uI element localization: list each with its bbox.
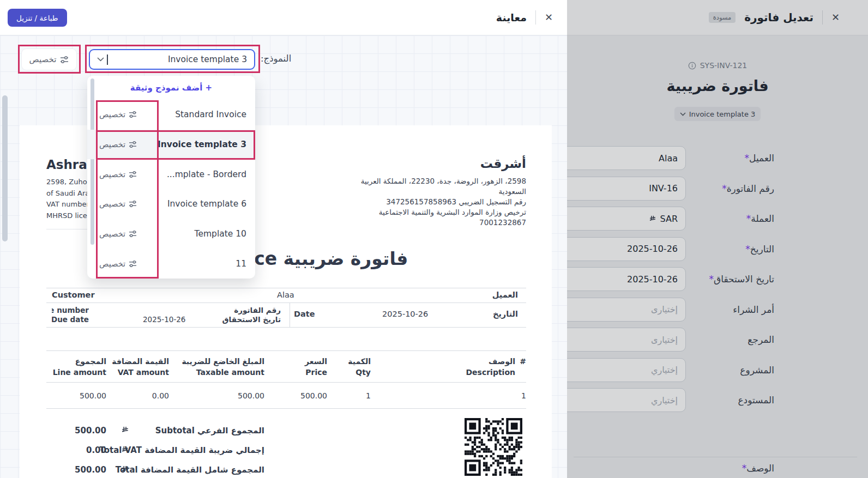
- chevron-down-icon: [97, 57, 104, 62]
- customize-button[interactable]: تخصيص: [99, 229, 137, 238]
- currency-field[interactable]: SAR: [567, 207, 686, 231]
- due-date-value: 2025-10-26: [143, 315, 185, 324]
- panel-title: تعديل فاتورة: [744, 11, 813, 24]
- customize-button[interactable]: تخصيص: [99, 110, 137, 119]
- text-cursor: [107, 55, 108, 65]
- dropdown-item-standard-invoice[interactable]: Standard Invoice تخصيص: [87, 100, 255, 130]
- sliders-icon: [129, 171, 137, 178]
- form-row: العملة* SAR: [567, 207, 868, 231]
- customize-button[interactable]: تخصيص: [99, 140, 137, 149]
- sliders-icon: [129, 200, 137, 208]
- project-field[interactable]: إختياري: [567, 358, 686, 382]
- form-row: التاريخ* 2025-10-26: [567, 237, 868, 261]
- sliders-icon: [129, 111, 137, 118]
- due-date-field[interactable]: 2025-10-26: [567, 267, 686, 291]
- customer-row: العميل Alaa Customer: [46, 288, 526, 303]
- app: ✕ تعديل فاتورة مسودة SYS-INV-121 فاتورة …: [0, 0, 868, 478]
- form-row: المستودع إختياري: [567, 388, 868, 412]
- customize-button[interactable]: تخصيص: [99, 170, 137, 179]
- warehouse-field[interactable]: إختياري: [567, 388, 686, 412]
- customize-button[interactable]: تخصيص: [22, 49, 76, 70]
- preview-title: معاينة: [496, 11, 527, 23]
- template-dropdown-menu: + أضف نموذج وثيقة Standard Invoice تخصيص…: [87, 76, 255, 279]
- dropdown-item-invoice-template-6[interactable]: Invoice template 6 تخصيص: [87, 189, 255, 219]
- line-items-table: # الوصفDescription الكميةQty السعرPrice …: [46, 350, 526, 409]
- customize-button[interactable]: تخصيص: [99, 199, 137, 208]
- reference-label: المرجع: [748, 334, 774, 345]
- invoice-number-label: رقم الفاتورة: [727, 183, 774, 194]
- company-block-ar: أشرقت 2598، الزهور، الروضة، جدة، 22230، …: [305, 156, 526, 228]
- date-field[interactable]: 2025-10-26: [567, 237, 686, 261]
- invoice-number-field[interactable]: INV-16: [567, 177, 686, 201]
- preview-header: ✕ معاينة: [0, 0, 567, 35]
- draft-status-badge: مسودة: [709, 12, 736, 23]
- qr-code: [465, 418, 522, 476]
- reference-field[interactable]: إختيارى: [567, 328, 686, 352]
- purchase-order-label: أمر الشراء: [733, 304, 774, 315]
- customer-field[interactable]: Alaa: [567, 146, 686, 170]
- date-value: 2025-10-26: [382, 310, 428, 318]
- project-label: المشروع: [740, 365, 774, 376]
- total-vat-row: إجمالي ضريبة القيمة المضافة Total VAT 0.…: [46, 441, 264, 461]
- invoice-form: العميل* Alaa رقم الفاتورة* INV-16 العملة…: [567, 146, 868, 412]
- form-row: أمر الشراء إختيارى: [567, 298, 868, 322]
- table-row: 1 1 500.00 500.00 0.00 500.00: [46, 383, 526, 409]
- edit-invoice-header: ✕ تعديل فاتورة مسودة: [567, 0, 868, 35]
- section-divider: [574, 457, 857, 457]
- purchase-order-field[interactable]: إختيارى: [567, 298, 686, 322]
- dropdown-item-template-10[interactable]: Template 10 تخصيص: [87, 219, 255, 249]
- warehouse-label: المستودع: [738, 395, 774, 406]
- form-row: المرجع إختيارى: [567, 328, 868, 352]
- saudi-riyal-icon: [121, 445, 129, 454]
- customer-label: العميل: [749, 153, 774, 164]
- invoice-info-table: العميل Alaa Customer التاريخ 2025-10-26 …: [46, 288, 526, 328]
- subtotal-row: المجموع الفرعي Subtotal 500.00: [46, 421, 264, 441]
- template-select[interactable]: Invoice template 3: [89, 49, 255, 70]
- preview-canvas: Ashrakt 2598, Zuhou of Saudi Ara VAT num…: [0, 35, 567, 478]
- template-chip[interactable]: Invoice template 3: [674, 107, 761, 121]
- saudi-riyal-icon: [649, 215, 656, 223]
- sliders-icon: [60, 56, 69, 64]
- customer-value: Alaa: [277, 291, 294, 299]
- dropdown-item-11[interactable]: 11 تخصيص: [87, 249, 255, 279]
- saudi-riyal-icon: [121, 465, 129, 474]
- add-template-link[interactable]: + أضف نموذج وثيقة: [87, 83, 255, 93]
- sliders-icon: [129, 230, 137, 238]
- form-row: المشروع إختياري: [567, 358, 868, 382]
- due-date-label: تاريخ الاستحقاق: [714, 274, 774, 285]
- company-name-ar: أشرقت: [305, 156, 526, 171]
- form-row: تاريخ الاستحقاق* 2025-10-26: [567, 267, 868, 291]
- form-row: رقم الفاتورة* INV-16: [567, 177, 868, 201]
- print-download-button[interactable]: طباعة / تنزيل: [8, 9, 67, 27]
- template-select-label: النموذج:: [261, 53, 291, 64]
- close-icon[interactable]: ✕: [831, 13, 840, 22]
- totals-section: المجموع الفرعي Subtotal 500.00 إجمالي ضر…: [46, 421, 264, 478]
- chevron-down-icon: [680, 112, 686, 116]
- preview-modal: Ashrakt 2598, Zuhou of Saudi Ara VAT num…: [0, 0, 567, 478]
- invoice-number-due-cell: رقم الفاتورةتاريخ الاستحقاق 2025-10-26 I…: [46, 303, 290, 327]
- dropdown-item-invoice-template-3[interactable]: Invoice template 3 تخصيص: [87, 130, 255, 160]
- sliders-icon: [129, 260, 137, 268]
- saudi-riyal-icon: [121, 426, 129, 434]
- form-row: العميل* Alaa: [567, 146, 868, 170]
- currency-label: العملة: [751, 213, 774, 224]
- system-invoice-id: SYS-INV-121: [567, 61, 868, 70]
- header-divider: [822, 10, 823, 25]
- info-icon: [688, 62, 696, 70]
- document-title: فاتورة ضريبية: [567, 77, 868, 94]
- header-divider: [535, 10, 536, 25]
- edit-invoice-panel: ✕ تعديل فاتورة مسودة SYS-INV-121 فاتورة …: [567, 0, 868, 478]
- date-cell: التاريخ 2025-10-26 Date: [290, 303, 526, 327]
- dropdown-item-template-borderd[interactable]: ...mplate - Borderd تخصيص: [87, 159, 255, 189]
- close-icon[interactable]: ✕: [545, 13, 553, 22]
- sliders-icon: [129, 141, 137, 148]
- preview-scrollbar[interactable]: [2, 95, 8, 241]
- grand-total-row: المجموع شامل القيمة المضافة Total 500.00: [46, 461, 264, 478]
- table-header: # الوصفDescription الكميةQty السعرPrice …: [46, 350, 526, 383]
- date-label: التاريخ: [750, 244, 774, 255]
- customize-button[interactable]: تخصيص: [99, 259, 137, 268]
- description-label: الوصف*: [742, 463, 774, 474]
